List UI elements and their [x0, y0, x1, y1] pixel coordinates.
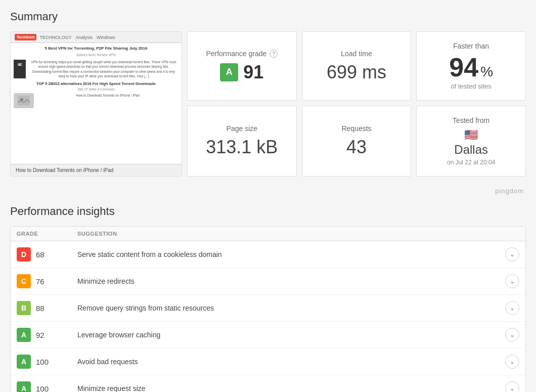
insight-grade-cell: A 100	[17, 381, 77, 392]
header-grade: GRADE	[17, 231, 77, 237]
page-size-value: 313.1 kB	[206, 137, 278, 158]
insight-suggestion: Avoid bad requests	[77, 358, 499, 366]
insight-grade-cell: A 100	[17, 355, 77, 369]
insight-score: 68	[36, 250, 44, 259]
nav-technology: TECHNOLOGY	[39, 35, 71, 40]
faster-than-number: 94	[449, 54, 478, 80]
insight-row[interactable]: A 92 Leverage browser caching ⌄	[11, 322, 525, 349]
screenshot-card: TechSmit TECHNOLOGY Analysis Windows 5 B…	[10, 31, 182, 177]
insight-grade-cell: B 88	[17, 301, 77, 315]
ss-body-text: VPN for torrenting helps you avoid getti…	[29, 60, 178, 78]
performance-grade-card: Performance grade ? A 91	[187, 31, 297, 101]
browser-logo: TechSmit	[15, 34, 36, 40]
tested-from-date: on Jul 22 at 20:04	[447, 159, 495, 166]
insight-suggestion: Leverage browser caching	[77, 331, 499, 339]
tested-from-card: Tested from 🇺🇸 Dallas on Jul 22 at 20:04	[416, 106, 526, 177]
expand-button[interactable]: ⌄	[505, 355, 519, 369]
page-size-label: Page size	[227, 124, 257, 133]
insight-grade-cell: D 68	[17, 247, 77, 262]
insight-grade-badge: C	[17, 274, 31, 288]
expand-button[interactable]: ⌄	[505, 274, 519, 288]
nav-analysis: Analysis	[75, 35, 93, 40]
insight-grade-badge: A	[17, 355, 31, 369]
performance-grade-label: Performance grade	[206, 50, 266, 58]
tested-from-flag: 🇺🇸	[464, 128, 478, 142]
performance-grade-label-row: Performance grade ?	[206, 50, 278, 58]
page-wrapper: Summary TechSmit TECHNOLOGY Analysis Win…	[0, 0, 536, 392]
faster-than-card: Faster than 94 % of tested sites	[416, 31, 526, 101]
insight-grade-badge: B	[17, 301, 31, 315]
ss-thumbnail	[14, 93, 34, 108]
insight-grade-badge: A	[17, 328, 31, 342]
browser-nav: TECHNOLOGY Analysis Windows	[39, 35, 115, 40]
requests-card: Requests 43	[302, 106, 412, 177]
insights-title: Performance insights	[10, 205, 526, 218]
insight-suggestion: Serve static content from a cookieless d…	[77, 250, 499, 258]
pingdom-logo-area: pingdom	[10, 187, 526, 195]
insight-row[interactable]: B 88 Remove query strings from static re…	[11, 295, 525, 322]
screenshot-caption: How to Download Torrents on iPhone / iPa…	[11, 164, 182, 176]
ss-logo: ac	[14, 60, 26, 78]
insight-row[interactable]: C 76 Minimize redirects ⌄	[11, 268, 525, 295]
ss-article-block: ac VPN for torrenting helps you avoid ge…	[14, 60, 178, 78]
tested-from-city: Dallas	[454, 143, 488, 157]
ss-bottom-text: How to Download Torrents on iPhone / iPa…	[37, 93, 178, 108]
header-suggestion: SUGGESTION	[77, 231, 499, 237]
load-time-label: Load time	[341, 50, 372, 58]
summary-title: Summary	[10, 10, 526, 23]
header-expand	[499, 231, 519, 237]
faster-than-value-row: 94 %	[449, 54, 493, 80]
insight-score: 88	[36, 304, 44, 313]
screenshot-inner: TechSmit TECHNOLOGY Analysis Windows 5 B…	[11, 32, 182, 176]
help-icon[interactable]: ?	[270, 50, 278, 58]
grade-score: 91	[243, 62, 263, 83]
insight-score: 76	[36, 277, 44, 286]
insight-suggestion: Remove query strings from static resourc…	[77, 304, 499, 312]
expand-button[interactable]: ⌄	[505, 381, 519, 392]
insights-container: GRADE SUGGESTION D 68 Serve static conte…	[10, 226, 526, 392]
insight-score: 100	[36, 384, 49, 393]
insight-suggestion: Minimize redirects	[77, 277, 499, 285]
expand-button[interactable]: ⌄	[505, 247, 519, 262]
nav-windows: Windows	[97, 35, 115, 40]
tested-from-label: Tested from	[453, 116, 489, 124]
load-time-value: 699 ms	[327, 62, 386, 83]
ss-sub-byline: Mar 27 Write a Comment	[14, 88, 178, 91]
browser-bar: TechSmit TECHNOLOGY Analysis Windows	[11, 32, 182, 43]
load-time-card: Load time 699 ms	[302, 31, 412, 101]
insight-row[interactable]: A 100 Avoid bad requests ⌄	[11, 349, 525, 375]
insight-score: 100	[36, 358, 49, 366]
insight-row[interactable]: D 68 Serve static content from a cookiel…	[11, 241, 525, 268]
ss-sub-headline: TOP 5 ZBIGZ alternatives 2016 For High S…	[14, 81, 178, 86]
insight-grade-cell: A 92	[17, 328, 77, 342]
insights-rows: D 68 Serve static content from a cookiel…	[11, 241, 525, 392]
faster-than-sub: of tested sites	[451, 82, 492, 90]
insight-suggestion: Minimize request size	[77, 384, 499, 392]
ss-byline: Editors Best Torrent VPN	[14, 53, 178, 57]
screenshot-content: 5 Best VPN for Torrenting, P2P File Shar…	[11, 43, 182, 164]
requests-value: 43	[346, 137, 367, 158]
expand-button[interactable]: ⌄	[505, 301, 519, 315]
insight-grade-badge: A	[17, 381, 31, 392]
insight-grade-badge: D	[17, 247, 31, 262]
grade-display: A 91	[220, 62, 263, 83]
insight-score: 92	[36, 331, 44, 339]
requests-label: Requests	[341, 124, 371, 133]
ss-bottom-block: How to Download Torrents on iPhone / iPa…	[14, 93, 178, 108]
summary-grid: TechSmit TECHNOLOGY Analysis Windows 5 B…	[10, 31, 526, 177]
page-size-card: Page size 313.1 kB	[187, 106, 297, 177]
expand-button[interactable]: ⌄	[505, 328, 519, 342]
pingdom-brand: pingdom	[495, 187, 524, 195]
faster-than-percent: %	[480, 64, 493, 80]
insights-header: GRADE SUGGESTION	[11, 227, 525, 241]
insight-row[interactable]: A 100 Minimize request size ⌄	[11, 375, 525, 392]
faster-than-label: Faster than	[453, 42, 489, 50]
insight-grade-cell: C 76	[17, 274, 77, 288]
ss-headline: 5 Best VPN for Torrenting, P2P File Shar…	[14, 46, 178, 51]
grade-badge: A	[220, 63, 238, 81]
